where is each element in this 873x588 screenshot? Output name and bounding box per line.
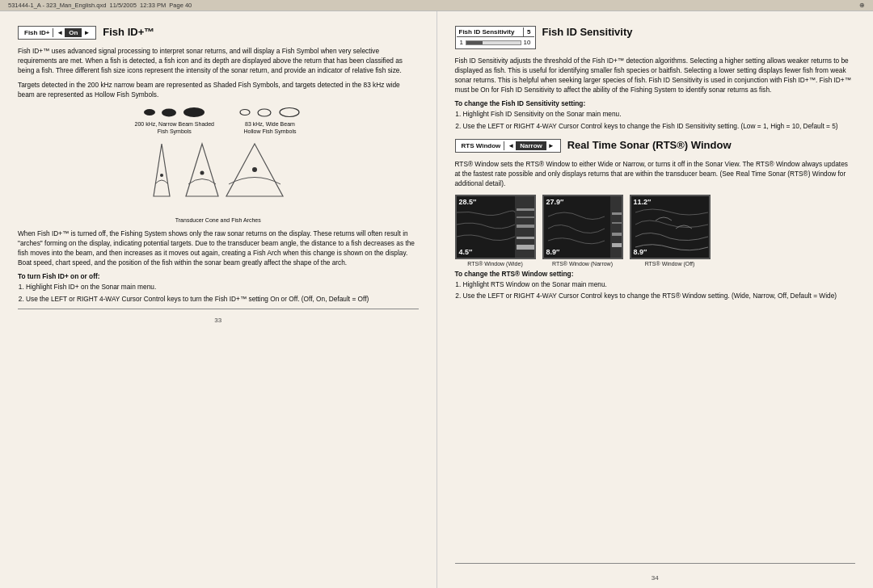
fishid-instruction-2: Use the LEFT or RIGHT 4-WAY Cursor Contr… [26,294,419,304]
svg-rect-15 [517,216,534,218]
right-page: Fish ID Sensitivity 5 1 10 Fish I [437,11,874,588]
sensitivity-widget-label: Fish ID Sensitivity [457,27,524,36]
svg-point-11 [200,171,204,175]
svg-rect-19 [610,196,623,259]
rts-label-narrow: RTS® Window (Narrow) [552,261,613,267]
svg-point-0 [144,109,155,116]
fishid-widget[interactable]: Fish ID+ ◄ On ► [18,26,96,40]
rts-widget-label: RTS Window [458,141,505,150]
rts-screen-narrow: 27.9″ [542,195,623,259]
svg-point-10 [160,174,163,177]
svg-point-2 [162,108,176,116]
rts-instruction-1: Highlight RTS Window on the Sonar main m… [463,279,856,289]
rts-widget-control[interactable]: ◄ Narrow ► [504,141,557,151]
fishid-instruction-heading: To turn Fish ID+ on or off: [18,272,419,280]
fishid-header: Fish ID+ ◄ On ► Fish ID+™ [18,26,419,43]
file-date: 11/5/2005 [110,2,137,9]
rts-depth-bottom-off: 8.9″ [634,248,647,256]
sensitivity-instructions: Highlight Fish ID Sensitivity on the Son… [463,109,856,131]
fish-symbols-row: 200 kHz, Narrow Beam Shaded Fish Symbols [18,106,419,135]
sensitivity-widget-bar: 1 10 [457,37,534,48]
rts-instructions: Highlight RTS Window on the Sonar main m… [463,279,856,301]
sensitivity-track[interactable] [466,40,521,45]
rts-arrow-right[interactable]: ► [548,142,555,149]
fishid-widget-control[interactable]: ◄ On ► [53,27,93,38]
sensitivity-fill [466,41,483,44]
crosshair-icon: ⊕ [859,2,865,9]
fish-icons-hollow [238,106,302,119]
file-time: 12:33 PM [140,2,166,9]
sensitivity-instruction-heading: To change the Fish ID Sensitivity settin… [455,99,856,107]
sens-max: 10 [524,39,531,46]
sensitivity-title: Fish ID Sensitivity [542,26,633,38]
fishid-widget-label: Fish ID+ [21,28,53,37]
fishid-title: Fish ID+™ [103,26,154,38]
sensitivity-instruction-2: Use the LEFT or RIGHT 4-WAY Cursor Contr… [463,121,856,131]
fish-group-hollow: 83 kHz, Wide Beam Hollow Fish Symbols [238,106,302,135]
rts-instruction-heading: To change the RTS® Window setting: [455,270,856,278]
rts-value: Narrow [516,141,546,150]
sensitivity-header: Fish ID Sensitivity 5 1 10 Fish I [455,26,856,52]
sensitivity-widget-top: Fish ID Sensitivity 5 [457,27,534,37]
svg-point-3 [183,107,205,117]
svg-point-12 [252,167,257,172]
rts-label-wide: RTS® Window (Wide) [467,261,522,267]
fish-solid-small [143,108,156,116]
sensitivity-para1: Fish ID Sensitivity adjusts the threshol… [455,56,856,94]
fish-outline-large [277,106,302,119]
svg-rect-16 [517,225,534,228]
svg-rect-23 [612,243,622,247]
transducer-label: Transducer Cone and Fish Arches [18,216,419,224]
rts-para1: RTS® Window sets the RTS® Window to eith… [455,159,856,188]
main-content: Fish ID+ ◄ On ► Fish ID+™ Fish ID+™ uses… [0,11,873,588]
fishid-para3: When Fish ID+™ is turned off, the Fishin… [18,229,419,267]
rts-image-narrow: 27.9″ [542,195,623,267]
svg-rect-18 [517,245,534,250]
fish-group-shaded: 200 kHz, Narrow Beam Shaded Fish Symbols [135,106,214,135]
sensitivity-instruction-1: Highlight Fish ID Sensitivity on the Son… [463,109,856,119]
fishid-instruction-1: Highlight Fish ID+ on the Sonar main men… [26,282,419,292]
transducer-cones-svg [137,140,299,212]
svg-rect-20 [612,212,622,215]
sens-min: 1 [460,39,463,46]
fishid-instructions: Highlight Fish ID+ on the Sonar main men… [26,282,419,304]
top-bar: 531444-1_A - 323_Man_English.qxd 11/5/20… [0,0,873,11]
svg-point-5 [258,109,271,116]
sensitivity-widget[interactable]: Fish ID Sensitivity 5 1 10 [455,26,536,49]
svg-rect-14 [517,208,534,211]
fish-solid-medium [160,107,178,118]
svg-rect-21 [612,222,622,224]
left-page-number: 33 [18,316,419,324]
rts-depth-bottom-wide: 4.5″ [459,248,473,256]
svg-point-6 [280,108,299,117]
svg-marker-7 [154,144,170,196]
rts-image-off: 11.2″ 8.9″ [630,195,711,267]
rts-section: RTS Window ◄ Narrow ► Real Time Sonar (R… [455,139,856,301]
sensitivity-widget-value: 5 [523,27,534,36]
right-page-number: 34 [437,573,874,582]
fish-hollow-label: 83 kHz, Wide Beam Hollow Fish Symbols [243,120,296,135]
rts-images-row: 28.5″ [455,195,856,267]
fishid-para1: Fish ID+™ uses advanced signal processin… [18,46,419,75]
rts-header: RTS Window ◄ Narrow ► Real Time Sonar (R… [455,139,856,156]
rts-image-wide: 28.5″ [455,195,536,267]
rts-instruction-2: Use the LEFT or RIGHT 4-WAY Cursor Contr… [463,291,856,300]
fishid-arrow-left[interactable]: ◄ [57,29,63,36]
fish-shaded-label: 200 kHz, Narrow Beam Shaded Fish Symbols [135,120,214,135]
rts-widget[interactable]: RTS Window ◄ Narrow ► [455,139,561,153]
rts-arrow-left[interactable]: ◄ [508,142,514,149]
rts-depth-bottom-narrow: 8.9″ [546,248,560,256]
svg-rect-17 [517,237,534,239]
file-info: 531444-1_A - 323_Man_English.qxd [8,2,106,9]
fish-outline-small [238,108,251,116]
svg-point-4 [240,110,250,116]
svg-rect-22 [612,233,622,236]
svg-marker-8 [186,144,218,196]
transducer-area [18,140,419,212]
rts-title: Real Time Sonar (RTS®) Window [567,139,732,151]
fishid-arrow-right[interactable]: ► [83,29,90,36]
file-page: Page 40 [169,2,192,9]
fishid-para2: Targets detected in the 200 kHz narrow b… [18,80,419,99]
fish-solid-large [182,106,206,119]
page-container: 531444-1_A - 323_Man_English.qxd 11/5/20… [0,0,873,588]
